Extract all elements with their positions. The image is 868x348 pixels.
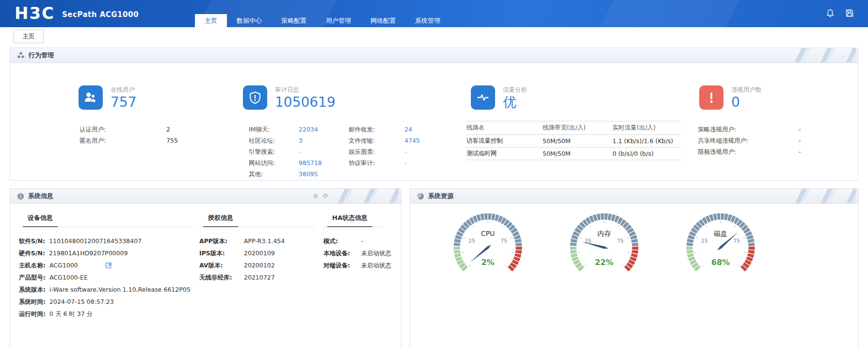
ha-peer-device-row: 对端设备:未启动状态 xyxy=(323,259,391,271)
behavior-panel-title: 行为管理 xyxy=(29,48,54,63)
nav-tab-data-center[interactable]: 数据中心 xyxy=(227,14,272,27)
nav-tab-home[interactable]: 主页 xyxy=(195,14,227,27)
ha-status-column: HA状态信息 模式:- 本地设备:未启动状态 对端设备:未启动状态 xyxy=(323,214,391,320)
violation-alert-icon xyxy=(699,85,723,110)
online-users-section: 在线用户 757 认证用户:2 匿名用户:755 xyxy=(10,63,214,180)
table-row[interactable]: 访客流量控制 50M/50M 1.1 (Kb/s)/1.6 (Kb/s) xyxy=(466,134,681,147)
nav-tab-system-management[interactable]: 系统管理 xyxy=(405,14,450,27)
traffic-analysis-section: 流量分析 优 线路名 线路带宽(出/入) 实时流量(出/入) 访客流量控制 50… xyxy=(466,63,697,180)
cluster-icon xyxy=(17,51,25,59)
violation-users-section: 违规用户数 0 策略违规用户:- 共享终端违规用户:- 限额违规用户:- xyxy=(697,63,858,180)
svg-text:内存: 内存 xyxy=(597,230,611,237)
info-icon xyxy=(17,193,24,200)
system-resources-header: 系统资源 xyxy=(410,189,858,204)
col-line-name: 线路名 xyxy=(466,121,542,134)
online-users-value[interactable]: 757 xyxy=(111,95,136,110)
device-info-heading: 设备信息 xyxy=(19,214,191,227)
col-bandwidth: 线路带宽(出/入) xyxy=(542,121,612,134)
table-row[interactable]: 测试临时网 50M/50M 0 (b/s)/0 (b/s) xyxy=(466,147,681,160)
topbar-sheen xyxy=(593,0,745,27)
system-resources-title: 系统资源 xyxy=(428,189,453,203)
svg-text:2%: 2% xyxy=(481,258,494,267)
svg-text:25: 25 xyxy=(701,238,708,244)
system-info-title: 系统信息 xyxy=(28,189,53,203)
nav-tab-user-management[interactable]: 用户管理 xyxy=(316,14,361,27)
nav-tab-network-config[interactable]: 网络配置 xyxy=(361,14,405,27)
tab-home-breadcrumb[interactable]: 主页 xyxy=(14,30,44,43)
system-info-panel: 系统信息 ⊘ ⟳ 设备信息 软件S/N:11010480012007164533… xyxy=(10,188,402,348)
audit-row: IM聊天:22034 邮件收发:24 xyxy=(214,124,466,135)
panel-refresh-icon[interactable]: ⟳ xyxy=(323,189,328,203)
col-realtime-traffic: 实时流量(出/入) xyxy=(612,121,681,134)
license-info-column: 授权信息 APP版本:APP-R3.1.454 IPS版本:20200109 A… xyxy=(199,214,323,320)
svg-text:75: 75 xyxy=(733,238,740,244)
anonymous-users-row: 匿名用户:755 xyxy=(10,135,214,146)
traffic-analysis-value: 优 xyxy=(503,95,527,110)
svg-text:75: 75 xyxy=(617,238,624,244)
av-version-row: AV版本:20200102 xyxy=(199,259,323,271)
h3c-logo: H3C xyxy=(15,3,55,23)
cpu-gauge: 2575CPU2% xyxy=(447,211,529,283)
pie-chart-icon xyxy=(417,193,424,200)
shared-terminal-violation-row: 共享终端违规用户:- xyxy=(697,135,858,146)
disk-gauge: 2575磁盘68% xyxy=(679,211,762,283)
behavior-management-panel: 行为管理 在线用户 757 认证用户:2 匿名用户:755 xyxy=(10,48,858,181)
audit-row: 引擎搜索:- 娱乐股票:- xyxy=(214,146,466,157)
app-version-row: APP版本:APP-R3.1.454 xyxy=(199,235,323,247)
license-info-heading: 授权信息 xyxy=(199,214,315,227)
audit-log-label: 审计日志 xyxy=(275,86,336,94)
audit-row: 其他:38095 xyxy=(214,168,466,180)
device-info-column: 设备信息 软件S/N:110104800120071645338407 硬件S/… xyxy=(19,214,199,320)
ha-mode-row: 模式:- xyxy=(323,235,391,247)
line-traffic-table: 线路名 线路带宽(出/入) 实时流量(出/入) 访客流量控制 50M/50M 1… xyxy=(466,121,681,160)
hardware-sn-row: 硬件S/N:219801A1HD9207P00009 xyxy=(19,247,199,259)
traffic-analysis-label: 流量分析 xyxy=(503,86,527,94)
online-users-label: 在线用户 xyxy=(111,86,136,94)
ha-status-heading: HA状态信息 xyxy=(323,214,383,227)
audit-log-icon xyxy=(243,85,267,110)
audit-log-value[interactable]: 1050619 xyxy=(275,95,336,110)
svg-text:磁盘: 磁盘 xyxy=(714,230,727,237)
breadcrumb-tab-row: 主页 xyxy=(0,27,868,44)
auth-users-row: 认证用户:2 xyxy=(10,124,214,135)
ha-local-device-row: 本地设备:未启动状态 xyxy=(323,247,391,259)
panel-disable-icon[interactable]: ⊘ xyxy=(313,189,318,203)
header-stripes-decoration xyxy=(793,189,856,203)
wireless-db-row: 无线非经库:20210727 xyxy=(199,271,323,283)
memory-gauge: 2575内存22% xyxy=(563,211,645,283)
violation-users-label: 违规用户数 xyxy=(731,86,762,94)
system-resources-panel: 系统资源 2575CPU2% 2575内存22% 2575磁盘68% xyxy=(410,188,859,348)
policy-violation-row: 策略违规用户:- xyxy=(697,124,858,135)
save-icon[interactable] xyxy=(845,8,854,18)
main-nav: 主页 数据中心 策略配置 用户管理 网络配置 系统管理 xyxy=(195,0,450,27)
header-stripes-decoration xyxy=(793,48,856,63)
bell-icon[interactable] xyxy=(825,8,835,18)
violation-users-value[interactable]: 0 xyxy=(731,95,762,110)
svg-text:CPU: CPU xyxy=(481,230,495,237)
uptime-row: 运行时间:0 天 6 时 37 分 xyxy=(19,308,199,320)
edit-hostname-icon[interactable] xyxy=(105,262,113,269)
system-time-row: 系统时间:2024-07-15 08:57:23 xyxy=(19,296,199,308)
svg-text:25: 25 xyxy=(468,238,475,244)
online-users-icon xyxy=(79,85,103,110)
traffic-analysis-icon xyxy=(471,85,495,110)
svg-text:22%: 22% xyxy=(595,258,613,267)
behavior-panel-header: 行为管理 xyxy=(10,48,858,63)
ips-version-row: IPS版本:20200109 xyxy=(199,247,323,259)
top-bar: H3C SecPath ACG1000 主页 数据中心 策略配置 用户管理 网络… xyxy=(0,0,868,27)
quota-violation-row: 限额违规用户:- xyxy=(697,146,858,157)
product-name: SecPath ACG1000 xyxy=(62,10,139,19)
audit-row: 网站访问:985718 协议审计:- xyxy=(214,157,466,168)
product-model-row: 产品型号:ACG1000-EE xyxy=(19,271,199,283)
svg-text:68%: 68% xyxy=(711,258,730,267)
system-info-header: 系统信息 ⊘ ⟳ xyxy=(10,189,401,204)
header-stripes-decoration xyxy=(336,189,399,203)
system-version-row: 系统版本:i-Ware software,Version 1.10,Releas… xyxy=(19,283,199,296)
audit-log-section: 审计日志 1050619 IM聊天:22034 邮件收发:24 社区论坛:3 文… xyxy=(214,63,466,180)
svg-text:75: 75 xyxy=(500,238,507,244)
hostname-row: 主机名称:ACG1000 xyxy=(19,259,199,271)
nav-tab-policy-config[interactable]: 策略配置 xyxy=(272,14,316,27)
audit-row: 社区论坛:3 文件传输:4745 xyxy=(214,135,466,146)
software-sn-row: 软件S/N:110104800120071645338407 xyxy=(19,235,199,247)
